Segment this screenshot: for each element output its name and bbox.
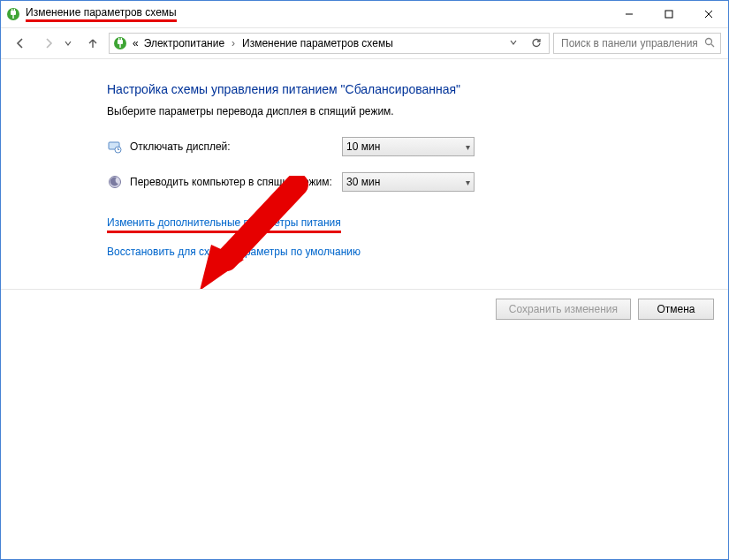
page-heading: Настройка схемы управления питанием "Сба…	[107, 82, 728, 96]
sleep-select[interactable]: 30 мин ▾	[342, 172, 475, 192]
svg-line-15	[711, 44, 714, 47]
forward-button[interactable]	[36, 31, 61, 56]
cancel-button[interactable]: Отмена	[638, 299, 714, 320]
annotation-arrow	[195, 176, 319, 299]
window-controls	[609, 1, 728, 27]
setting-row-sleep: Переводить компьютер в спящий режим: 30 …	[107, 172, 728, 192]
window-title: Изменение параметров схемы	[26, 6, 177, 22]
select-value: 30 мин	[346, 176, 380, 188]
chevron-down-icon: ▾	[466, 178, 470, 187]
navbar: « Электропитание › Изменение параметров …	[1, 27, 728, 59]
display-off-select[interactable]: 10 мин ▾	[342, 137, 475, 156]
restore-defaults-link[interactable]: Восстановить для схемы параметры по умол…	[107, 246, 728, 258]
setting-row-display: Отключать дисплей: 10 мин ▾	[107, 137, 728, 156]
history-dropdown-button[interactable]	[505, 37, 522, 49]
search-box[interactable]	[553, 33, 721, 54]
select-value: 10 мин	[346, 140, 380, 153]
refresh-button[interactable]	[528, 37, 545, 50]
svg-rect-11	[118, 38, 119, 41]
save-button: Сохранить изменения	[496, 299, 631, 320]
page-subtext: Выберите параметры перевода дисплея в сп…	[107, 105, 728, 117]
svg-rect-10	[118, 40, 123, 44]
maximize-button[interactable]	[649, 1, 688, 27]
svg-rect-12	[121, 38, 122, 41]
breadcrumb-item[interactable]: Электропитание	[144, 37, 224, 49]
addressbar-icon	[113, 36, 127, 50]
svg-rect-13	[119, 44, 120, 48]
chevron-down-icon: ▾	[466, 142, 470, 152]
button-label: Отмена	[657, 303, 695, 315]
setting-label: Переводить компьютер в спящий режим:	[130, 176, 342, 188]
footer: Сохранить изменения Отмена	[1, 289, 728, 329]
app-icon	[6, 7, 20, 21]
display-icon	[107, 139, 123, 155]
svg-rect-1	[11, 11, 16, 15]
search-icon	[704, 37, 715, 50]
breadcrumb-prefix: «	[133, 37, 139, 49]
close-button[interactable]	[688, 1, 728, 27]
up-button[interactable]	[80, 31, 105, 56]
recent-locations-button[interactable]	[65, 37, 77, 49]
moon-icon	[107, 174, 123, 190]
svg-rect-6	[665, 11, 672, 18]
back-button[interactable]	[8, 31, 33, 56]
titlebar: Изменение параметров схемы	[1, 1, 728, 27]
button-label: Сохранить изменения	[509, 303, 618, 315]
svg-rect-3	[14, 9, 15, 11]
search-input[interactable]	[559, 36, 699, 50]
advanced-settings-link[interactable]: Изменить дополнительные параметры питани…	[107, 216, 341, 233]
chevron-right-icon: ›	[232, 37, 235, 49]
minimize-button[interactable]	[609, 1, 649, 27]
svg-rect-2	[11, 9, 12, 11]
content-area: Настройка схемы управления питанием "Сба…	[1, 59, 728, 289]
breadcrumb-item[interactable]: Изменение параметров схемы	[242, 37, 393, 49]
setting-label: Отключать дисплей:	[130, 140, 342, 153]
address-bar[interactable]: « Электропитание › Изменение параметров …	[109, 33, 550, 54]
svg-rect-4	[12, 15, 13, 19]
svg-point-14	[706, 38, 712, 44]
